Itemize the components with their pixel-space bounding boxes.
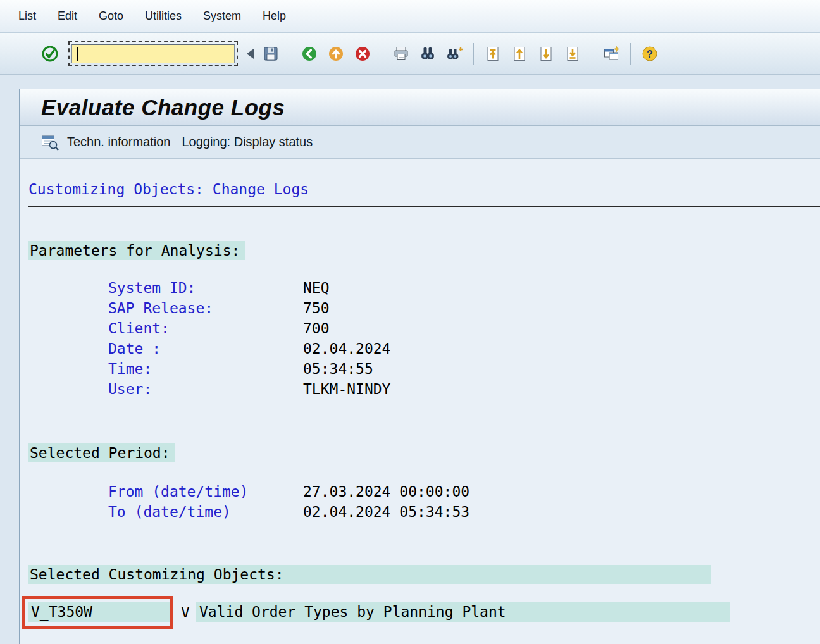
create-session-button[interactable]	[599, 41, 624, 66]
param-row: Date : 02.04.2024	[28, 338, 820, 359]
exit-icon	[327, 45, 345, 63]
find-button[interactable]	[415, 41, 440, 66]
logging-display-status-button[interactable]: Logging: Display status	[176, 132, 318, 152]
title-bar: Evaluate Change Logs	[20, 89, 820, 126]
save-button[interactable]	[258, 41, 283, 66]
cancel-button[interactable]	[350, 41, 375, 66]
toolbar-separator	[473, 43, 474, 65]
param-row: Client: 700	[28, 318, 820, 338]
report-content: Customizing Objects: Change Logs Paramet…	[20, 159, 820, 644]
object-description: Valid Order Types by Planning Plant	[196, 602, 730, 622]
toolbar-separator	[630, 43, 631, 65]
help-icon: ?	[641, 45, 659, 63]
param-label: Date :	[108, 338, 161, 359]
standard-toolbar: ?	[0, 33, 820, 75]
param-label: SAP Release:	[108, 298, 213, 318]
enter-button[interactable]	[37, 41, 63, 66]
objects-title-text: Selected Customizing Objects:	[28, 565, 711, 584]
tech-information-button[interactable]: Techn. information	[35, 130, 176, 154]
last-page-button[interactable]	[560, 41, 585, 66]
create-session-icon	[602, 45, 620, 63]
param-label: User:	[108, 379, 152, 399]
parameters-title-text: Parameters for Analysis:	[28, 241, 245, 260]
param-row: User: TLKM-NINDY	[28, 379, 820, 399]
param-row: System ID: NEQ	[28, 278, 820, 298]
find-icon	[419, 45, 437, 63]
logging-display-status-label: Logging: Display status	[182, 135, 313, 149]
menu-bar: List Edit Goto Utilities System Help	[0, 0, 820, 33]
command-field-wrapper	[68, 41, 238, 66]
menu-item-goto[interactable]: Goto	[88, 5, 134, 27]
period-value: 02.04.2024 05:34:53	[303, 502, 469, 522]
page-title: Evaluate Change Logs	[41, 95, 285, 120]
exit-button[interactable]	[323, 41, 349, 66]
param-value: 750	[303, 298, 330, 318]
param-row: Time: 05:34:55	[28, 359, 820, 379]
parameters-section-title: Parameters for Analysis:	[28, 241, 820, 260]
first-page-button[interactable]	[480, 41, 506, 66]
period-label: From (date/time)	[108, 481, 249, 502]
previous-page-button[interactable]	[507, 41, 532, 66]
svg-text:?: ?	[647, 49, 653, 59]
toolbar-separator	[290, 43, 290, 65]
period-section-title: Selected Period:	[28, 443, 820, 462]
period-rows: From (date/time) 27.03.2024 00:00:00 To …	[28, 481, 820, 522]
heading-divider	[28, 206, 820, 207]
report-heading: Customizing Objects: Change Logs	[28, 180, 820, 198]
customizing-object-row: V_T350W V Valid Order Types by Planning …	[28, 602, 820, 629]
param-label: Client:	[108, 318, 170, 338]
param-label: System ID:	[108, 278, 196, 298]
print-button[interactable]	[388, 41, 414, 66]
param-value: 05:34:55	[303, 359, 373, 379]
menu-item-system[interactable]: System	[192, 5, 252, 27]
back-icon	[301, 45, 318, 63]
next-page-icon	[537, 45, 555, 63]
object-type: V	[181, 604, 190, 621]
param-row: SAP Release: 750	[28, 298, 820, 318]
sap-screen: Evaluate Change Logs Techn. information …	[19, 89, 820, 644]
menu-item-edit[interactable]: Edit	[47, 5, 88, 27]
toolbar-separator	[382, 43, 382, 65]
enter-icon	[41, 45, 59, 63]
period-label: To (date/time)	[108, 502, 231, 522]
param-value: TLKM-NINDY	[303, 379, 390, 399]
param-value: 700	[303, 318, 330, 338]
find-next-icon	[445, 45, 463, 63]
next-page-button[interactable]	[533, 41, 559, 66]
menu-item-utilities[interactable]: Utilities	[134, 5, 192, 27]
period-title-text: Selected Period:	[28, 443, 175, 462]
period-row: From (date/time) 27.03.2024 00:00:00	[28, 481, 820, 502]
last-page-icon	[564, 45, 581, 63]
period-row: To (date/time) 02.04.2024 05:34:53	[28, 502, 820, 522]
back-button[interactable]	[297, 41, 322, 66]
text-cursor	[77, 47, 78, 61]
tech-information-label: Techn. information	[67, 135, 170, 149]
application-toolbar: Techn. information Logging: Display stat…	[20, 126, 820, 159]
objects-section-title: Selected Customizing Objects:	[28, 565, 820, 584]
help-button[interactable]: ?	[637, 41, 662, 66]
menu-item-list[interactable]: List	[8, 5, 47, 27]
period-value: 27.03.2024 00:00:00	[303, 481, 469, 502]
first-page-icon	[484, 45, 502, 63]
save-icon	[262, 45, 280, 63]
param-value: NEQ	[303, 278, 330, 298]
print-icon	[392, 45, 410, 63]
collapse-command-field-icon[interactable]	[247, 49, 254, 59]
param-value: 02.04.2024	[303, 338, 390, 359]
menu-item-help[interactable]: Help	[252, 5, 297, 27]
technical-information-icon	[40, 133, 59, 151]
object-name: V_T350W	[28, 602, 171, 622]
previous-page-icon	[511, 45, 528, 63]
toolbar-separator	[592, 43, 592, 65]
command-field[interactable]	[71, 44, 235, 63]
param-label: Time:	[108, 359, 152, 379]
find-next-button[interactable]	[442, 41, 467, 66]
cancel-icon	[354, 45, 371, 63]
parameters-rows: System ID: NEQ SAP Release: 750 Client: …	[28, 278, 820, 399]
